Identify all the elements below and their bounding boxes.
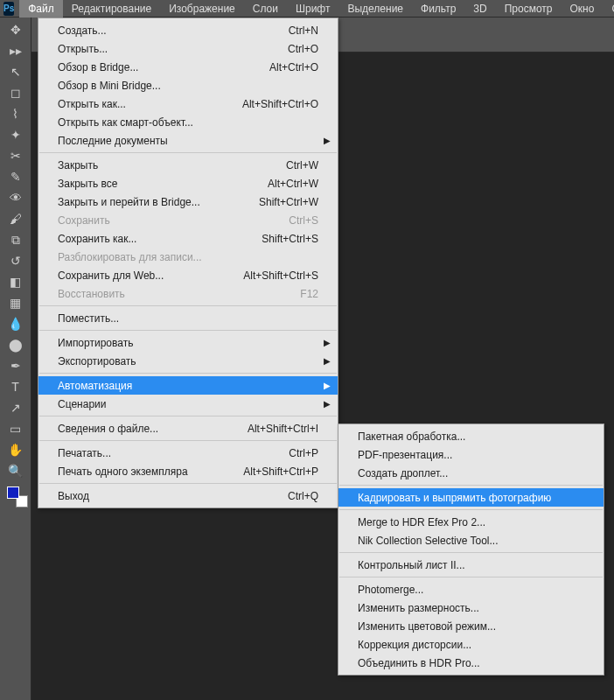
automation-separator [339, 552, 603, 553]
file-menu-separator [39, 305, 337, 306]
file-menu-item-shortcut: Ctrl+O [288, 43, 318, 55]
automation-item-label: Объединить в HDR Pro... [358, 657, 584, 669]
file-menu-item-28[interactable]: Печать одного экземпляраAlt+Shift+Ctrl+P [38, 462, 338, 480]
automation-item-label: Контрольный лист II... [358, 559, 584, 571]
file-menu-separator [39, 373, 337, 374]
ps-logo-icon: Ps [3, 2, 14, 16]
file-menu-item-label: Выход [58, 490, 270, 502]
file-menu-item-shortcut: Alt+Shift+Ctrl+O [242, 98, 318, 110]
file-menu-item-12[interactable]: Сохранить как...Shift+Ctrl+S [38, 229, 338, 248]
file-menu-item-label: Открыть... [58, 43, 270, 55]
automation-item-label: PDF-презентация... [358, 449, 584, 461]
file-menu-item-shortcut: Ctrl+N [289, 24, 318, 37]
file-menu-separator [39, 440, 337, 441]
file-menu-dropdown: Создать...Ctrl+NОткрыть...Ctrl+OОбзор в … [38, 18, 338, 508]
automation-item-label: Создать дроплет... [358, 467, 584, 480]
automation-separator [339, 509, 603, 510]
file-menu-item-14[interactable]: Сохранить для Web...Alt+Shift+Ctrl+S [38, 266, 338, 284]
automation-item-9[interactable]: Контрольный лист II... [338, 556, 604, 574]
automation-item-14[interactable]: Коррекция дисторсии... [338, 635, 604, 654]
stamp-tool[interactable]: ⧉ [5, 231, 26, 248]
file-menu-item-30[interactable]: ВыходCtrl+Q [38, 486, 338, 505]
submenu-arrow-icon: ▶ [324, 399, 331, 409]
file-menu-item-shortcut: Alt+Shift+Ctrl+I [248, 423, 318, 435]
file-menu-item-label: Закрыть и перейти в Bridge... [58, 196, 241, 208]
zoom-tool[interactable]: 🔍 [5, 462, 26, 480]
eraser-tool[interactable]: ◧ [5, 273, 26, 290]
color-swatch[interactable] [7, 486, 24, 504]
automation-item-7[interactable]: Nik Collection Selective Tool... [338, 531, 604, 550]
file-menu-item-25[interactable]: Сведения о файле...Alt+Shift+Ctrl+I [38, 419, 338, 438]
file-menu-item-2[interactable]: Обзор в Bridge...Alt+Ctrl+O [38, 58, 338, 76]
menubar-item-окно[interactable]: Окно [562, 0, 604, 18]
marquee-tool[interactable]: ◻ [5, 84, 26, 102]
file-menu-item-shortcut: Ctrl+S [289, 214, 318, 227]
file-menu-item-4[interactable]: Открыть как...Alt+Shift+Ctrl+O [38, 94, 338, 113]
file-menu-item-23[interactable]: Сценарии▶ [38, 395, 338, 413]
menubar-item-шрифт[interactable]: Шрифт [287, 0, 338, 18]
menubar-item-3d[interactable]: 3D [464, 0, 495, 18]
gradient-tool[interactable]: ▦ [5, 294, 26, 312]
automation-item-11[interactable]: Photomerge... [338, 580, 604, 598]
menubar-item-фильтр[interactable]: Фильтр [412, 0, 464, 18]
automation-item-12[interactable]: Изменить размерность... [338, 598, 604, 617]
file-menu-item-label: Экспортировать [58, 355, 318, 368]
crop-tool[interactable]: ✂ [5, 147, 26, 164]
automation-item-4[interactable]: Кадрировать и выпрямить фотографию [338, 488, 604, 507]
menubar-item-файл[interactable]: Файл [19, 0, 63, 18]
file-menu-item-label: Печать одного экземпляра [58, 466, 226, 478]
lasso-tool[interactable]: ⌇ [5, 105, 26, 122]
file-menu-item-label: Сохранить для Web... [58, 270, 226, 282]
menubar-item-просмотр[interactable]: Просмотр [496, 0, 562, 18]
file-menu-item-label: Обзор в Mini Bridge... [58, 80, 318, 92]
file-menu-item-27[interactable]: Печатать...Ctrl+P [38, 444, 338, 462]
file-menu-item-19[interactable]: Импортировать▶ [38, 333, 338, 352]
file-menu-separator [39, 330, 337, 331]
automation-item-2[interactable]: Создать дроплет... [338, 464, 604, 482]
file-menu-item-5[interactable]: Открыть как смарт-объект... [38, 113, 338, 131]
submenu-arrow-icon: ▶ [324, 136, 331, 145]
type-tool[interactable]: T [5, 378, 26, 396]
file-menu-item-6[interactable]: Последние документы▶ [38, 131, 338, 150]
file-menu-item-label: Закрыть [58, 159, 269, 172]
menubar-item-выделение[interactable]: Выделение [338, 0, 412, 18]
history-tool[interactable]: ↺ [5, 252, 26, 270]
pen-tool[interactable]: ✒ [5, 357, 26, 374]
file-menu-item-label: Поместить... [58, 312, 318, 325]
file-menu-item-20[interactable]: Экспортировать▶ [38, 352, 338, 370]
file-menu-item-1[interactable]: Открыть...Ctrl+O [38, 39, 338, 58]
file-menu-item-shortcut: Ctrl+P [289, 447, 318, 459]
file-menu-item-label: Разблокировать для записи... [58, 251, 318, 263]
arrow-tool[interactable]: ↖ [5, 63, 26, 80]
hand-tool[interactable]: ✋ [5, 441, 26, 458]
file-menu-item-3[interactable]: Обзор в Mini Bridge... [38, 76, 338, 94]
automation-item-13[interactable]: Изменить цветовой режим... [338, 617, 604, 635]
automation-item-1[interactable]: PDF-презентация... [338, 445, 604, 464]
dodge-tool[interactable]: ⬤ [5, 336, 26, 354]
menubar-item-редактирование[interactable]: Редактирование [63, 0, 160, 18]
eyedropper-tool[interactable]: ✎ [5, 168, 26, 186]
blur-tool[interactable]: 💧 [5, 315, 26, 332]
menubar-item-справка[interactable]: Справка [603, 0, 614, 18]
automation-item-15[interactable]: Объединить в HDR Pro... [338, 654, 604, 672]
file-menu-item-17[interactable]: Поместить... [38, 309, 338, 327]
expand-tool[interactable]: ▸▸ [5, 42, 26, 60]
shape-tool[interactable]: ▭ [5, 420, 26, 438]
file-menu-item-0[interactable]: Создать...Ctrl+N [38, 21, 338, 39]
submenu-arrow-icon: ▶ [324, 356, 331, 366]
automation-item-6[interactable]: Merge to HDR Efex Pro 2... [338, 513, 604, 531]
automation-item-0[interactable]: Пакетная обработка... [338, 427, 604, 445]
file-menu-item-label: Восстановить [58, 288, 283, 300]
eye-tool[interactable]: 👁 [5, 189, 26, 206]
file-menu-item-10[interactable]: Закрыть и перейти в Bridge...Shift+Ctrl+… [38, 192, 338, 211]
menubar-item-слои[interactable]: Слои [244, 0, 287, 18]
file-menu-item-label: Автоматизация [58, 380, 318, 392]
file-menu-item-9[interactable]: Закрыть всеAlt+Ctrl+W [38, 174, 338, 192]
file-menu-item-22[interactable]: Автоматизация▶ [38, 376, 338, 395]
move-tool[interactable]: ✥ [5, 21, 26, 38]
menubar-item-изображение[interactable]: Изображение [160, 0, 244, 18]
brush-tool[interactable]: 🖌 [5, 210, 26, 228]
wand-tool[interactable]: ✦ [5, 126, 26, 144]
file-menu-item-8[interactable]: ЗакрытьCtrl+W [38, 156, 338, 174]
path-tool[interactable]: ↗ [5, 399, 26, 416]
